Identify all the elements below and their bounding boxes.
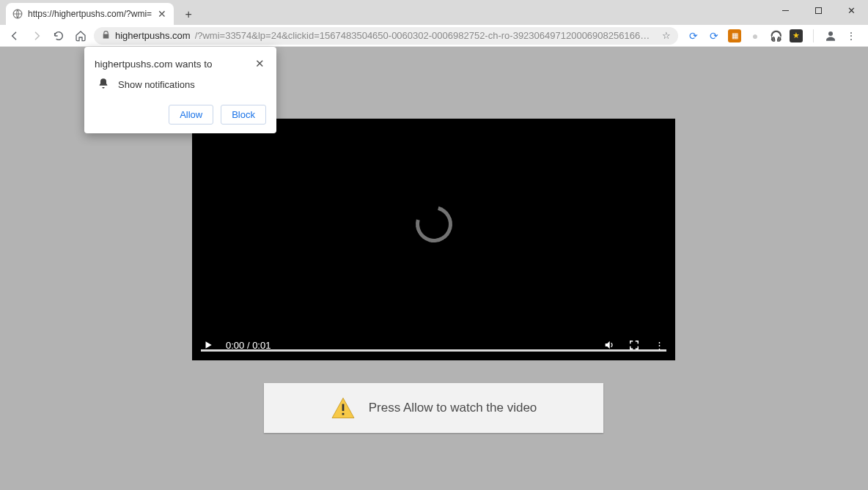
tab-close-icon[interactable]: ✕ xyxy=(156,8,168,20)
reload-button[interactable] xyxy=(50,27,67,45)
maximize-button[interactable] xyxy=(802,0,835,21)
toolbar-divider xyxy=(813,29,814,42)
back-button[interactable] xyxy=(6,27,23,45)
notification-permission-popup: highertpushs.com wants to ✕ Show notific… xyxy=(84,47,276,133)
extension-dot-icon[interactable]: ● xyxy=(749,29,762,42)
extension-headphones-icon[interactable]: 🎧 xyxy=(769,29,782,42)
video-progress-bar[interactable] xyxy=(201,349,666,352)
close-window-button[interactable]: ✕ xyxy=(835,0,868,21)
browser-toolbar: highertpushs.com/?wmi=33574&lp=24&clicki… xyxy=(0,25,868,47)
page-content: highertpushs.com wants to ✕ Show notific… xyxy=(0,47,868,490)
profile-avatar-icon[interactable] xyxy=(824,29,837,42)
tab-strip: https://highertpushs.com/?wmi= ✕ + xyxy=(0,0,868,25)
svg-point-3 xyxy=(828,31,833,36)
loading-spinner-icon xyxy=(408,199,458,249)
banner-text: Press Allow to watch the video xyxy=(369,401,537,415)
svg-rect-5 xyxy=(342,413,344,415)
video-controls: 0:00 / 0:01 ⋮ xyxy=(192,330,675,360)
window-controls: ✕ xyxy=(769,0,868,21)
allow-button[interactable]: Allow xyxy=(169,105,213,125)
svg-rect-4 xyxy=(342,404,344,412)
browser-menu-icon[interactable]: ⋮ xyxy=(845,29,858,42)
browser-tab[interactable]: https://highertpushs.com/?wmi= ✕ xyxy=(6,3,174,25)
new-tab-button[interactable]: + xyxy=(178,4,199,25)
video-area[interactable] xyxy=(192,119,675,330)
forward-button[interactable] xyxy=(28,27,45,45)
bookmark-star-icon[interactable]: ☆ xyxy=(662,30,671,41)
permission-close-icon[interactable]: ✕ xyxy=(253,57,266,70)
home-button[interactable] xyxy=(72,27,89,45)
url-host: highertpushs.com xyxy=(115,30,191,41)
block-button[interactable]: Block xyxy=(221,105,266,125)
bell-icon xyxy=(98,78,109,92)
svg-rect-2 xyxy=(816,7,822,13)
tab-title: https://highertpushs.com/?wmi= xyxy=(28,9,152,19)
url-path: /?wmi=33574&lp=24&clickid=1567483504650-… xyxy=(195,30,655,41)
instruction-banner: Press Allow to watch the video xyxy=(264,383,603,433)
warning-icon xyxy=(331,397,356,419)
permission-title: highertpushs.com wants to xyxy=(95,59,213,70)
video-player[interactable]: 0:00 / 0:01 ⋮ xyxy=(192,119,675,360)
extension-sync2-icon[interactable]: ⟳ xyxy=(707,29,721,42)
globe-icon xyxy=(12,8,23,20)
extension-star-icon[interactable]: ★ xyxy=(790,29,803,42)
address-bar[interactable]: highertpushs.com/?wmi=33574&lp=24&clicki… xyxy=(94,27,678,45)
lock-icon xyxy=(101,30,111,42)
extension-sync1-icon[interactable]: ⟳ xyxy=(687,29,700,42)
permission-body-text: Show notifications xyxy=(118,79,195,90)
extension-orange-icon[interactable]: ▦ xyxy=(728,29,741,42)
extension-icons: ⟳ ⟳ ▦ ● 🎧 ★ ⋮ xyxy=(683,29,862,42)
minimize-button[interactable] xyxy=(769,0,802,21)
